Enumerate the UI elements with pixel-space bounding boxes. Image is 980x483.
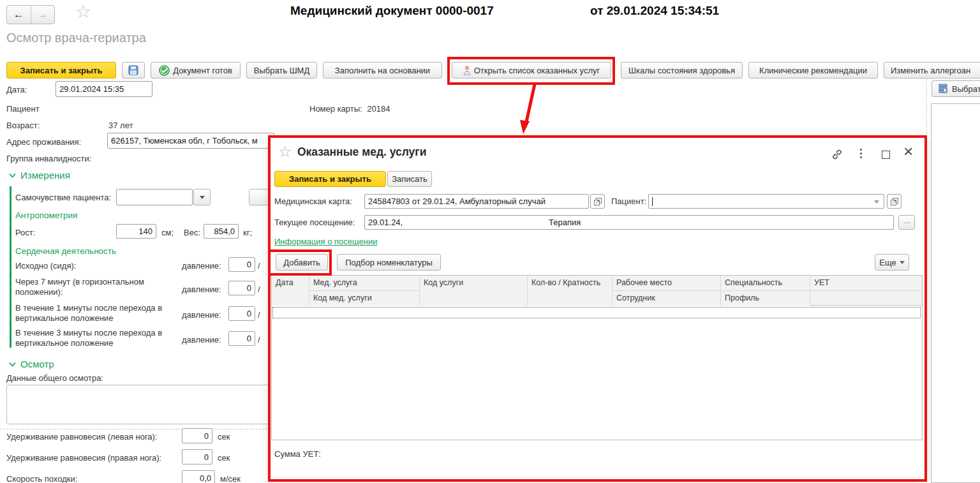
dialog-favorite-star-icon[interactable]: ☆ (278, 143, 292, 161)
med-card-input[interactable]: 245847803 от 29.01.24, Амбулаторный случ… (364, 194, 589, 209)
select-shmd-button[interactable]: Выбрать ШМД (246, 62, 317, 78)
select-diagnosis-button[interactable]: Выбрат (932, 80, 980, 97)
date-input[interactable]: 29.01.2024 15:35 (56, 81, 152, 97)
dialog-save-close-button[interactable]: Записать и закрыть (274, 171, 386, 187)
edit-allergy-button[interactable]: Изменить аллергоан (884, 62, 980, 78)
check-circle-icon (159, 65, 170, 76)
wellbeing-select[interactable] (116, 189, 193, 205)
dialog-patient-label: Пациент: (611, 197, 646, 206)
clinical-recommendations-button[interactable]: Клинические рекомендации (748, 62, 878, 78)
pressure-row-label: Исходно (сидя): (15, 261, 180, 271)
disability-label: Группа инвалидности: (6, 154, 91, 163)
forward-icon: → (37, 8, 48, 21)
services-table[interactable]: Дата Мед. услуга Код услуги Кол-во / Кра… (271, 275, 923, 440)
column-subheader-employee[interactable]: Сотрудник (612, 291, 721, 306)
annotation-arrow (514, 82, 542, 137)
address-label: Адрес проживания: (6, 137, 81, 147)
chevron-down-icon (9, 362, 16, 367)
visit-dept-value: Терапия (549, 218, 581, 227)
column-header-date[interactable]: Дата (272, 276, 309, 306)
select-layers-icon (939, 84, 949, 94)
wellbeing-dropdown-button[interactable] (193, 189, 211, 205)
pressure-row-label: В течение 1 минуты после перехода в верт… (15, 303, 180, 323)
med-card-open-button[interactable] (590, 194, 605, 209)
dialog-patient-input[interactable] (648, 194, 884, 209)
section-accent-bar (10, 186, 11, 348)
pressure-input[interactable]: 0 (228, 281, 255, 295)
column-header-quantity[interactable]: Кол-во / Кратность (528, 276, 612, 306)
visit-info-link[interactable]: Информация о посещении (274, 237, 378, 246)
maximize-icon[interactable] (882, 151, 890, 159)
column-subheader-profile[interactable]: Профиль (721, 291, 810, 306)
weight-label: Вес: (184, 228, 200, 237)
patient-label: Пациент (6, 104, 40, 114)
column-subheader-med-service-code[interactable]: Код мед. услуги (309, 291, 420, 306)
card-number: Номер карты: 20184 (309, 104, 390, 114)
document-datetime: от 29.01.2024 15:34:51 (590, 4, 719, 18)
gait-speed-unit: м/сек (220, 474, 241, 483)
general-exam-textarea[interactable] (6, 385, 271, 424)
cardio-subheader: Сердечная деятельность (15, 246, 116, 256)
balance-left-unit: сек (218, 432, 230, 442)
document-title: Медицинский документ 0000-0017 (290, 4, 494, 18)
visit-more-button[interactable]: ... (898, 215, 915, 230)
person-icon (463, 66, 471, 75)
address-input[interactable]: 626157, Тюменская обл, г Тобольск, м (107, 133, 274, 149)
text-cursor (652, 197, 653, 206)
anthropometry-subheader: Антропометрия (15, 211, 77, 220)
close-icon[interactable]: × (903, 143, 913, 160)
balance-left-input[interactable]: 0 (182, 428, 212, 443)
height-input[interactable]: 140 (116, 224, 156, 239)
back-button[interactable]: ← (7, 6, 31, 24)
document-ready-button[interactable]: Документ готов (151, 62, 241, 78)
column-header-service-code[interactable]: Код услуги (420, 276, 528, 306)
services-dialog: ☆ Оказанные мед. услуги × Записать и зак… (271, 138, 924, 479)
fill-from-basis-button[interactable]: Заполнить на основании (323, 62, 442, 78)
forward-button[interactable]: → (31, 6, 55, 24)
height-unit: см; (161, 228, 174, 237)
pressure-input[interactable]: 0 (228, 257, 255, 272)
link-icon[interactable] (831, 148, 843, 163)
save-button[interactable] (122, 62, 145, 78)
pick-nomenclature-button[interactable]: Подбор номенклатуры (337, 254, 441, 271)
open-services-button[interactable]: Открыть список оказанных услуг (452, 62, 611, 78)
health-scales-button[interactable]: Шкалы состояния здоровья (621, 62, 743, 78)
more-button[interactable]: Еще (875, 254, 909, 271)
weight-input[interactable]: 854,0 (204, 224, 239, 239)
chevron-down-icon (200, 196, 205, 199)
dialog-title: Оказанные мед. услуги (297, 145, 426, 159)
pressure-label: давление: (182, 285, 221, 294)
pressure-separator: / (258, 285, 260, 294)
table-selected-empty-row[interactable] (272, 307, 921, 318)
pressure-label: давление: (182, 261, 221, 271)
visit-input[interactable]: 29.01.24, Терапия (364, 215, 894, 230)
measurements-section-header[interactable]: Измерения (9, 170, 70, 181)
open-in-window-icon (890, 197, 899, 206)
floppy-icon (128, 65, 138, 75)
column-header-uet[interactable]: УЕТ (810, 276, 922, 291)
chevron-down-icon[interactable] (874, 200, 879, 204)
partial-hidden-button[interactable] (249, 189, 271, 205)
column-header-service[interactable]: Мед. услуга (309, 276, 420, 291)
balance-left-label: Удерживание равновесия (левая нога): (6, 432, 158, 442)
pressure-input[interactable]: 0 (228, 306, 255, 321)
pressure-input[interactable]: 0 (228, 331, 255, 346)
gait-speed-input[interactable]: 0,0 (182, 470, 215, 483)
column-header-specialty[interactable]: Специальность (721, 276, 810, 291)
dialog-save-button[interactable]: Записать (387, 171, 432, 187)
pressure-separator: / (258, 261, 260, 271)
examination-section-header[interactable]: Осмотр (9, 359, 54, 369)
right-panel-box (931, 103, 980, 483)
chevron-down-icon (900, 261, 905, 264)
splitter-dashed-line[interactable] (0, 429, 271, 429)
balance-right-input[interactable]: 0 (182, 449, 212, 464)
patient-open-button[interactable] (887, 194, 902, 209)
column-header-workplace[interactable]: Рабочее место (612, 276, 721, 291)
general-exam-label: Данные общего осмотра: (6, 373, 103, 383)
save-close-button[interactable]: Записать и закрыть (6, 62, 116, 78)
panel-splitter-dashed[interactable] (926, 71, 927, 483)
age-value: 37 лет (108, 121, 133, 130)
add-button[interactable]: Добавить (276, 254, 328, 271)
favorite-star-icon[interactable]: ☆ (75, 1, 91, 22)
more-menu-icon[interactable] (860, 149, 862, 151)
